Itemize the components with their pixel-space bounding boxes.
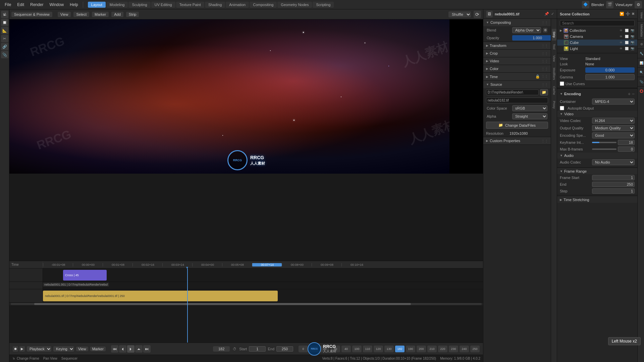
tab-layout[interactable]: Layout [88,2,106,8]
tool-icon-3[interactable]: 📐 [1,27,8,34]
custom-props-header[interactable]: ▶ Custom Properties ⋮⋮ [483,137,551,144]
side-tab-view-2[interactable]: View [638,9,644,21]
side-tab-icons-4[interactable]: 🔍 [638,68,644,77]
cube-sel-btn[interactable]: ⬜ [624,40,629,45]
side-tab-proxy[interactable]: Proxy [552,98,556,111]
select-menu-btn[interactable]: Select [73,12,89,17]
collection-render-btn[interactable]: 📷 [630,28,635,33]
directory-input[interactable] [486,89,539,95]
exposure-value[interactable]: 0.000 [585,67,635,73]
light-render-btn[interactable]: 📷 [630,46,635,51]
image-seq-clip[interactable]: nebula0001.tif | D:\Tmp\Nebula\Render\ne… [43,291,278,301]
outliner-new-icon[interactable]: ➕ [626,12,630,16]
gamma-value[interactable]: 1.000 [585,74,635,80]
video-encoding-header[interactable]: ▼ Video [557,111,637,117]
camera-sel-btn[interactable]: ⬜ [624,34,629,39]
side-tab-modifiers[interactable]: Modifiers [552,65,556,83]
tool-sequencer-preview[interactable]: 📽 [1,11,8,18]
menu-render[interactable]: Render [28,2,46,8]
proxy-btn[interactable]: ⟳ [474,11,481,18]
colorspace-dropdown[interactable]: sRGB [512,105,547,111]
outliner-cube[interactable]: ⬛ Cube 👁 ⬜ 📷 [557,40,637,46]
shuffle-dropdown[interactable]: Shuffle [448,11,471,17]
collection-expand-icon[interactable]: ▶ [560,29,562,32]
outliner-light[interactable]: 💡 Light 👁 ⬜ 📷 [557,46,637,52]
tab-shading[interactable]: Shading [205,2,225,8]
marker-menu-btn[interactable]: Marker [92,12,109,17]
side-tab-strip[interactable]: Strip [552,29,556,41]
output-quality-dropdown[interactable]: Medium Quality [592,125,635,131]
render-engine-selector[interactable]: 🎬 [606,1,613,8]
tool-icon-2[interactable]: 🔲 [1,19,8,26]
outliner-filter-icon[interactable]: 🔽 [620,12,624,16]
video-codec-dropdown[interactable]: H.264 [592,118,635,124]
tab-animation[interactable]: Animation [226,2,249,8]
max-bframes-input[interactable] [618,146,635,152]
color-header[interactable]: ▶ Color ⋮⋮ [483,65,551,72]
add-menu-btn[interactable]: Add [111,12,123,17]
side-tab-icons-2[interactable]: 🔧 [638,49,644,58]
menu-edit[interactable]: Edit [14,2,27,8]
tab-texture-paint[interactable]: Texture Paint [176,2,204,8]
change-files-btn[interactable]: 📁 Change Data/Files [486,122,548,129]
tab-modeling[interactable]: Modeling [106,2,128,8]
encoding-remove-btn[interactable]: − [632,91,635,97]
side-tab-metadata[interactable]: Metadata [638,21,644,40]
side-tab-icons-6[interactable]: ⭕ [638,86,644,96]
tool-icon-5[interactable]: 🔗 [1,43,8,50]
time-header[interactable]: ▶ Time 🔒 ⋮⋮ [483,73,551,80]
menu-window[interactable]: Window [47,2,66,8]
hscroll-track[interactable] [11,303,482,305]
view-layer-options[interactable]: ⚙ [635,1,642,8]
encoding-add-btn[interactable]: + [628,91,631,97]
light-vis-btn[interactable]: 👁 [619,46,623,51]
tab-scripting[interactable]: Scripting [313,2,334,8]
crop-header[interactable]: ▶ Crop ⋮⋮ [483,50,551,57]
video-header[interactable]: ▶ Video ⋮⋮ [483,57,551,65]
tool-icon-6[interactable]: 📎 [1,51,8,58]
blend-options-btn[interactable]: ⚙ [543,28,547,33]
strip-menu-btn[interactable]: Strip [126,12,139,17]
container-dropdown[interactable]: MPEG-4 [592,99,635,105]
outliner-collection[interactable]: ▶ 📦 Collection 👁 ⬜ 📷 [557,27,637,34]
compositing-header[interactable]: ▼ Compositing ⋮⋮ [483,19,551,26]
panel-pin-icon[interactable]: 📌 [544,12,549,16]
tool-icon-4[interactable]: ✂ [1,35,8,42]
tab-compositing[interactable]: Compositing [250,2,277,8]
outliner-search-input[interactable] [560,20,635,26]
collection-sel-btn[interactable]: ⬜ [624,28,629,33]
autosplit-checkbox[interactable] [560,106,564,110]
tab-sculpting[interactable]: Sculpting [128,2,150,8]
side-tab-icons[interactable]: ⚙ [638,40,644,49]
scene-selector[interactable]: 🔷 [582,1,589,8]
side-tab-view[interactable]: View [552,53,556,64]
max-bframes-slider[interactable] [592,148,616,150]
tab-geometry-nodes[interactable]: Geometry Nodes [277,2,312,8]
outliner-delete-icon[interactable]: ✖ [632,12,635,16]
collection-vis-btn[interactable]: 👁 [619,28,623,33]
time-lock-icon[interactable]: 🔒 [535,74,540,79]
source-header[interactable]: ▼ Source ⋮⋮ [483,81,551,88]
view-menu-btn[interactable]: View [58,12,71,17]
editor-type-btn[interactable]: Sequencer & Preview [11,12,52,17]
timeline-hscroll[interactable] [9,303,483,305]
cube-render-btn[interactable]: 📷 [630,40,635,45]
camera-vis-btn[interactable]: 👁 [619,34,623,39]
menu-help[interactable]: Help [67,2,81,8]
transition-clip[interactable]: Cross | 45 [63,270,107,281]
hscroll-thumb[interactable] [34,303,411,305]
transform-header[interactable]: ▶ Transform ⋮⋮ [483,42,551,49]
camera-render-btn[interactable]: 📷 [630,34,635,39]
filename-input[interactable] [486,98,548,103]
side-tab-icons-3[interactable]: 📊 [638,58,644,68]
outliner-camera[interactable]: 📷 Camera 👁 ⬜ 📷 [557,34,637,40]
alpha-dropdown[interactable]: Straight [512,113,547,119]
encoding-speed-dropdown[interactable]: Good [592,132,635,138]
cube-vis-btn[interactable]: 👁 [619,40,623,45]
side-tab-cache[interactable]: Cache [552,83,556,98]
side-tab-tool[interactable]: Tool [552,41,556,52]
keyframe-slider[interactable] [592,142,616,143]
opacity-input[interactable] [512,35,551,41]
light-sel-btn[interactable]: ⬜ [624,46,629,51]
menu-file[interactable]: File [2,2,14,8]
